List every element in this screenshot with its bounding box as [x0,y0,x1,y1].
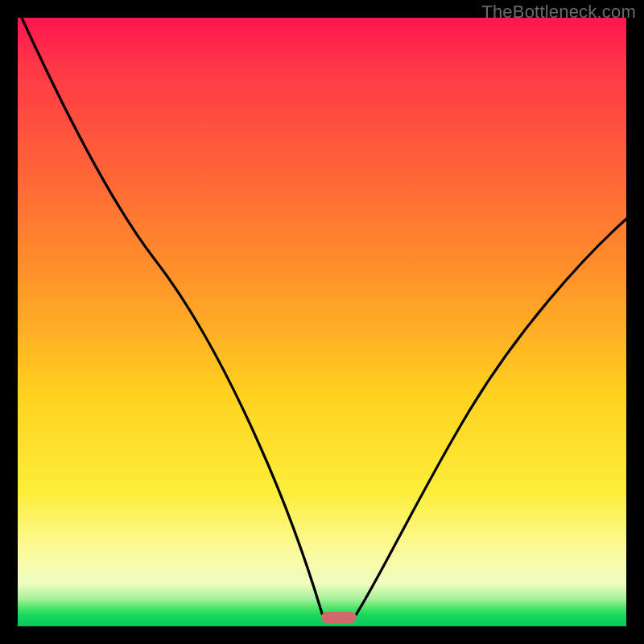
bottleneck-curve [18,18,626,626]
plot-area [18,18,626,626]
optimum-marker [321,612,357,623]
curve-left [22,18,322,613]
curve-right [356,219,626,615]
chart-container: TheBottleneck.com [0,0,644,644]
